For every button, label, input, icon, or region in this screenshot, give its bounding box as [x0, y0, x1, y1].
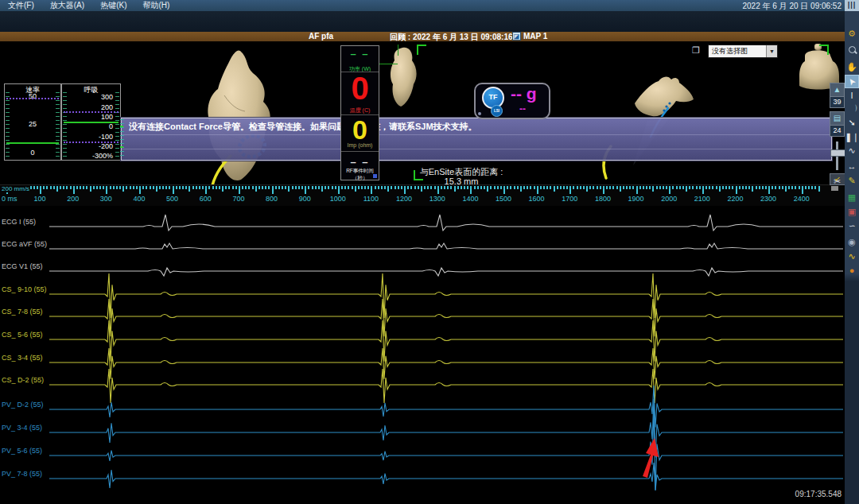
pan-hand-icon[interactable]: ✋	[845, 60, 859, 74]
trace-waveform	[49, 243, 843, 249]
ruler-tick	[182, 186, 184, 189]
brush-tool-icon[interactable]: ✎	[845, 174, 859, 188]
ruler-tick	[315, 186, 317, 189]
trace-label[interactable]: ECG I (55)	[2, 218, 36, 226]
ruler-tick	[799, 186, 800, 189]
magnifier-icon[interactable]	[845, 43, 859, 56]
ruler-tick	[130, 186, 131, 189]
time-ruler[interactable]: 200 mm/s 0 ms 10020030040050060070080090…	[0, 184, 845, 206]
ruler-tick	[712, 186, 713, 189]
ruler-tick	[745, 186, 747, 189]
caliper-tool-icon[interactable]: ↔	[845, 160, 859, 173]
clipping-scissors-icon[interactable]: ✂	[830, 176, 845, 187]
trace-label[interactable]: CS_ 9-10 (55)	[2, 285, 47, 293]
curve-tool-icon[interactable]: ∽	[845, 219, 859, 233]
menu-item[interactable]: 文件(F)	[0, 0, 42, 11]
opacity-slider-thumb[interactable]	[830, 149, 845, 157]
ruler-tick	[96, 186, 98, 189]
trace-label[interactable]: CS_ 5-6 (55)	[2, 331, 43, 339]
snapshot-icon[interactable]: ▣	[845, 205, 859, 219]
ruler-tick	[652, 186, 654, 192]
ruler-tick	[173, 186, 174, 194]
ruler-tick	[563, 186, 565, 189]
surface-distance-value: 15.3 mm	[374, 176, 549, 186]
trace-label[interactable]: PV_ 3-4 (55)	[2, 424, 42, 432]
color-palette-icon[interactable]: ●	[845, 264, 859, 277]
ruler-tick	[410, 186, 412, 189]
map-3d-viewport[interactable]	[0, 0, 859, 504]
ruler-tick	[381, 186, 383, 189]
ruler-tick	[514, 186, 515, 189]
ablation-catheter-icon[interactable]: ➘	[845, 116, 859, 130]
ruler-tick-label: 1400	[458, 195, 482, 203]
power-value: – –	[341, 48, 379, 60]
menu-item[interactable]: 热键(K)	[92, 0, 134, 11]
menu-bar: 文件(F)放大器(A)热键(K)帮助(H) 2022 年 6 月 20 日 09…	[0, 0, 859, 11]
rate-gauge: 速率 50250	[4, 83, 61, 161]
points-count-badge[interactable]: ▲ 39	[830, 83, 845, 108]
trace-label[interactable]: ECG V1 (55)	[2, 262, 43, 270]
ruler-tick	[235, 186, 237, 189]
ruler-tick	[133, 186, 134, 189]
dual-view-icon[interactable]: ❐	[692, 45, 700, 56]
respiration-gauge: 呼吸 3002001000-100-200-300%	[61, 83, 121, 161]
menu-item[interactable]: 放大器(A)	[42, 0, 92, 11]
ibeam-tool-icon[interactable]: I	[845, 89, 859, 103]
chevron-down-icon[interactable]: ▼	[766, 45, 777, 57]
ruler-tick	[480, 186, 482, 189]
eye-visibility-icon[interactable]: ◉	[845, 235, 859, 249]
select-arrow-icon[interactable]: ➤	[845, 75, 859, 88]
ensite-main-window: 文件(F)放大器(A)热键(K)帮助(H) 2022 年 6 月 20 日 09…	[0, 0, 859, 504]
ruler-tick	[312, 186, 313, 189]
ruler-tick	[239, 186, 240, 194]
menu-item[interactable]: 帮助(H)	[134, 0, 177, 11]
ruler-tick	[725, 186, 727, 189]
study-label: AF pfa	[309, 32, 333, 41]
waveform-display-icon[interactable]: ∿	[845, 250, 859, 263]
trace-label[interactable]: PV_ 5-6 (55)	[2, 447, 42, 455]
contact-force-panel: TF LSI -- g --	[474, 83, 550, 119]
ruler-tick	[378, 186, 379, 189]
trace-label[interactable]: CS_ 7-8 (55)	[2, 308, 43, 316]
ruler-tick	[272, 186, 274, 194]
ruler-tick	[692, 186, 694, 189]
ruler-tick	[573, 186, 574, 189]
ruler-tick-label: 1100	[359, 195, 383, 203]
status-dot	[478, 112, 481, 115]
ruler-tick	[663, 186, 664, 189]
favorites-tool-icon[interactable]: ⚙	[845, 27, 859, 41]
ruler-tick	[341, 186, 343, 189]
menu-items: 文件(F)放大器(A)热键(K)帮助(H)	[0, 0, 177, 11]
segments-count-badge[interactable]: ▤ 24	[830, 111, 845, 137]
settings-sliders-icon[interactable]: |||	[845, 0, 859, 11]
trace-label[interactable]: CS_ 3-4 (55)	[2, 354, 43, 362]
catheter-curve-icon[interactable]: ⌒	[845, 102, 859, 115]
map-name[interactable]: ◪ MAP 1	[512, 32, 547, 41]
map-select-dropdown[interactable]: 没有选择图 ▼	[708, 45, 778, 58]
ruler-tick	[73, 186, 75, 194]
trace-waveform	[49, 268, 843, 276]
gauge-threshold-line	[64, 142, 119, 143]
ruler-tick	[50, 186, 52, 189]
ruler-tick	[603, 186, 604, 194]
mini-scale	[120, 119, 124, 157]
ruler-tick	[517, 186, 519, 189]
ruler-tick	[33, 186, 35, 189]
waveform-traces-canvas[interactable]	[0, 0, 859, 504]
ruler-tick-label: 100	[28, 195, 52, 203]
trace-label[interactable]: CS_ D-2 (55)	[2, 376, 44, 384]
ruler-tick	[450, 186, 452, 189]
ruler-tick	[103, 186, 104, 189]
catheter-set-icon[interactable]: ❚❘	[845, 130, 859, 144]
ruler-tick	[80, 186, 81, 189]
map-display-icon[interactable]: ▦	[845, 191, 859, 204]
trace-label[interactable]: PV_ D-2 (55)	[2, 401, 44, 409]
ruler-tick	[716, 186, 717, 189]
lasso-catheter-icon[interactable]: ∿	[845, 144, 859, 157]
ruler-tick	[765, 186, 767, 189]
ruler-tick	[242, 186, 243, 189]
ruler-tick	[494, 186, 496, 189]
ruler-tick	[404, 186, 406, 194]
trace-label[interactable]: PV_ 7-8 (55)	[2, 470, 42, 478]
trace-label[interactable]: ECG aVF (55)	[2, 240, 47, 248]
